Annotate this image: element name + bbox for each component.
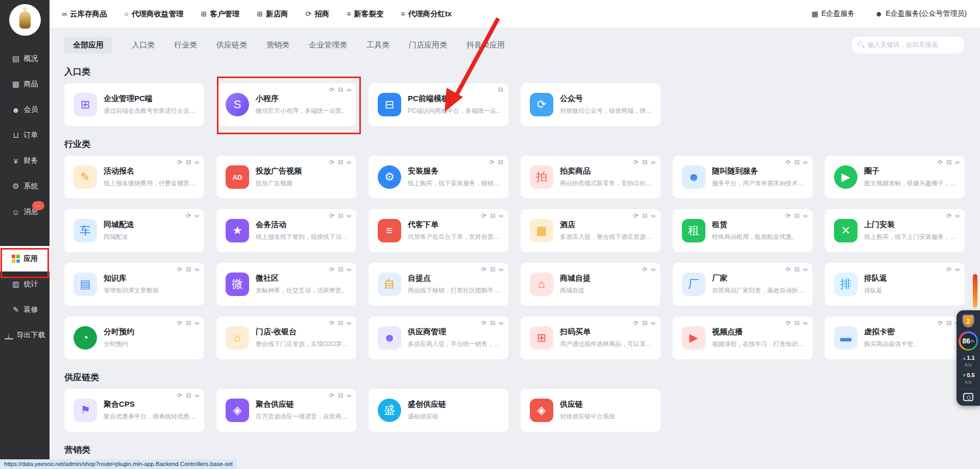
store-icon[interactable]: ⊟ [946, 320, 951, 326]
sync-icon[interactable]: ⟳ [177, 392, 182, 399]
topbar-menu-item[interactable]: ⊞客户管理 [201, 9, 239, 19]
sidebar-item-apps[interactable]: 应用 [0, 246, 50, 271]
link-icon[interactable]: ∞ [955, 213, 960, 219]
sync-icon[interactable]: ⟳ [329, 213, 334, 219]
screenshot-camera-icon[interactable] [963, 393, 973, 401]
sync-icon[interactable]: ⟳ [481, 266, 486, 273]
app-card[interactable]: ⟳∞车同城配送同城配送 [64, 209, 204, 252]
sidebar-item-overview[interactable]: ▤概况 [0, 46, 50, 71]
app-card[interactable]: ⟳⊟∞▶视频点播视频课程，在线学习，打造知识付... [673, 316, 813, 359]
sidebar-item-stats[interactable]: ▥统计 [0, 271, 50, 297]
sync-icon[interactable]: ⟳ [938, 320, 943, 326]
link-icon[interactable]: ∞ [803, 266, 807, 273]
store-icon[interactable]: ⊟ [490, 213, 495, 219]
sync-icon[interactable]: ⟳ [786, 266, 791, 273]
network-monitor-widget[interactable]: 2 86% ▲1.1 K/s ▼0.5 K/s [957, 310, 980, 406]
sync-icon[interactable]: ⟳ [186, 213, 191, 219]
sync-icon[interactable]: ⟳ [329, 159, 334, 165]
app-card[interactable]: ⟳⊟∞厂厂家自营商品厂家归类，高效自动拆单。 [673, 263, 813, 306]
app-card[interactable]: ⟳∞✕上门安装线上购买，线下上门安装服务，核... [825, 209, 965, 252]
store-icon[interactable]: ⊟ [338, 320, 343, 326]
link-icon[interactable]: ∞ [651, 320, 655, 326]
sync-icon[interactable]: ⟳ [329, 266, 334, 273]
sync-icon[interactable]: ⟳ [633, 320, 639, 326]
sync-icon[interactable]: ⟳ [177, 320, 182, 326]
sidebar-item-members[interactable]: ☻会员 [0, 97, 50, 122]
topbar-account-item[interactable]: ▦E企盈服务 [812, 9, 855, 18]
link-icon[interactable]: ∞ [499, 266, 503, 273]
tab-抖音类应用[interactable]: 抖音类应用 [467, 40, 505, 50]
sync-icon[interactable]: ⟳ [633, 159, 639, 165]
tab-营销类[interactable]: 营销类 [266, 40, 289, 50]
sync-icon[interactable]: ⟳ [786, 213, 791, 219]
store-icon[interactable]: ⊟ [186, 320, 191, 326]
link-icon[interactable]: ∞ [347, 159, 351, 165]
app-card[interactable]: ◈供应链对接供应链中台系统 [521, 389, 660, 432]
app-card[interactable]: 盛盛创供应链盛创供应链 [369, 389, 508, 432]
link-icon[interactable]: ∞ [194, 213, 199, 219]
store-icon[interactable]: ⊟ [642, 320, 647, 326]
app-card[interactable]: ⊞企业管理PC端通过前端会员账号登录进行企业管理 [64, 83, 204, 126]
tab-全部应用[interactable]: 全部应用 [64, 37, 112, 54]
topbar-account-item[interactable]: ☻E企盈服务(公众号管理员) [875, 9, 967, 18]
app-card[interactable]: ⟳⊟∞⌂门店-收银台整合线下门店资源，实现O2O异业... [216, 316, 356, 359]
sync-icon[interactable]: ⟳ [489, 159, 495, 165]
store-icon[interactable]: ⊟ [338, 87, 343, 93]
sync-icon[interactable]: ⟳ [946, 266, 951, 273]
sync-icon[interactable]: ⟳ [329, 87, 334, 93]
store-icon[interactable]: ⊟ [186, 266, 191, 273]
store-icon[interactable]: ⊟ [794, 320, 799, 326]
sync-icon[interactable]: ⟳ [786, 320, 791, 326]
sync-icon[interactable]: ⟳ [329, 392, 334, 399]
tab-门店应用类[interactable]: 门店应用类 [409, 40, 447, 50]
sidebar-item-orders[interactable]: ⊔订单 [0, 122, 50, 148]
app-card[interactable]: ⟳⊟∞◈聚合供应链百万货源供应一键进货，自营商品... [216, 389, 356, 432]
sync-icon[interactable]: ⟳ [633, 213, 639, 219]
sync-icon[interactable]: ⟳ [642, 266, 647, 273]
app-card[interactable]: ⟳⊟∞★会务活动线上报名线下签到，链接线下活动。 [216, 209, 356, 252]
store-icon[interactable]: ⊟ [794, 213, 799, 219]
topbar-menu-item[interactable]: ⟳招商 [305, 9, 329, 19]
tab-入口类[interactable]: 入口类 [132, 40, 155, 50]
app-card[interactable]: ⟳∞⌂商城自提商城自提 [521, 263, 660, 306]
store-icon[interactable]: ⊟ [490, 266, 495, 273]
link-icon[interactable]: ∞ [194, 392, 199, 399]
app-card[interactable]: ⟳⊟∞⚑聚合CPS聚合优惠券平台，领券跳转优惠买... [64, 389, 204, 432]
store-icon[interactable]: ⊟ [338, 159, 343, 165]
store-icon[interactable]: ⊟ [338, 266, 343, 273]
link-icon[interactable]: ∞ [651, 266, 655, 273]
topbar-menu-item[interactable]: ≡新客裂变 [347, 9, 383, 19]
app-card[interactable]: ⟳⊟∞自自提点商品线下核销，打造社区团购平台。 [369, 263, 508, 306]
app-card[interactable]: ⟳公众号对接微信公众号，链接商城，便于... [521, 83, 660, 126]
sync-icon[interactable]: ⟳ [786, 159, 791, 165]
store-icon[interactable]: ⊟ [338, 392, 343, 399]
link-icon[interactable]: ∞ [499, 213, 503, 219]
app-card[interactable]: ⟳⊟∞⊞扫码买单用户通过插件选择商品，可以直接... [521, 316, 660, 359]
sync-icon[interactable]: ⟳ [946, 213, 951, 219]
app-card[interactable]: ⊟⊟PC前端模板PC端访问商城平台，多端统一运... [369, 83, 508, 126]
link-icon[interactable]: ∞ [955, 266, 960, 273]
sidebar-item-export[interactable]: ↓导出下载 [0, 323, 50, 348]
store-icon[interactable]: ⊟ [498, 87, 503, 93]
app-card[interactable]: ⟳⊟∞租租赁特殊商品租用，租期租金优惠。 [673, 209, 813, 252]
tab-行业类[interactable]: 行业类 [174, 40, 197, 50]
store-icon[interactable]: ⊟ [186, 392, 191, 399]
topbar-menu-item[interactable]: ⊞新店商 [257, 9, 288, 19]
sync-icon[interactable]: ⟳ [329, 320, 334, 326]
store-icon[interactable]: ⊟ [946, 159, 951, 165]
sync-icon[interactable]: ⟳ [938, 159, 943, 165]
app-card[interactable]: ⟳⊟∞S小程序微信官方小程序，多端统一运营。 [216, 83, 356, 126]
sidebar-item-decorate[interactable]: ✎装修 [0, 297, 50, 323]
link-icon[interactable]: ∞ [347, 320, 351, 326]
sync-icon[interactable]: ⟳ [177, 266, 182, 273]
tab-工具类[interactable]: 工具类 [366, 40, 389, 50]
link-icon[interactable]: ∞ [803, 159, 807, 165]
store-icon[interactable]: ⊟ [642, 159, 647, 165]
store-icon[interactable]: ⊟ [186, 159, 191, 165]
app-card[interactable]: ⟳⊟∞▶圈子图文视频发帖，搭建兴趣圈子，实... [825, 156, 965, 199]
link-icon[interactable]: ∞ [347, 392, 351, 399]
tab-企业管理类[interactable]: 企业管理类 [309, 40, 347, 50]
app-card[interactable]: ⟳⊟∞☻随叫随到服务服务平台，用户发布需求由技术师... [673, 156, 813, 199]
app-card[interactable]: ⟳⊟∞▤知识库管理知识库文章数据 [64, 263, 204, 306]
app-card[interactable]: ⟳⊟∞☻供应商管理多供应商入驻，平台统一销售，商... [369, 316, 508, 359]
